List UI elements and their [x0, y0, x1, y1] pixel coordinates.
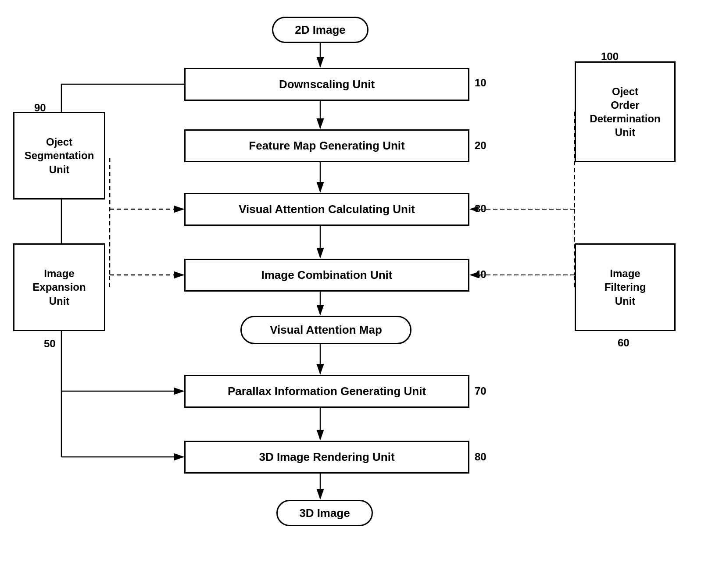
- node-image-combination: Image Combination Unit: [184, 259, 469, 292]
- ref-10: 10: [475, 77, 486, 89]
- node-2d-image: 2D Image: [272, 17, 368, 43]
- node-parallax: Parallax Information Generating Unit: [184, 375, 469, 408]
- ref-20: 20: [475, 139, 486, 152]
- sidebox-obj-segmentation: Oject Segmentation Unit: [13, 112, 105, 200]
- ref-70: 70: [475, 385, 486, 397]
- node-visual-map: Visual Attention Map: [240, 316, 411, 344]
- node-3d-rendering: 3D Image Rendering Unit: [184, 441, 469, 474]
- node-feature-map: Feature Map Generating Unit: [184, 129, 469, 162]
- node-downscaling: Downscaling Unit: [184, 68, 469, 101]
- ref-30: 30: [475, 203, 486, 215]
- ref-40: 40: [475, 268, 486, 281]
- sidebox-img-expansion: Image Expansion Unit: [13, 243, 105, 331]
- node-3d-image: 3D Image: [276, 500, 373, 526]
- sidebox-img-filtering: Image Filtering Unit: [575, 243, 676, 331]
- ref-60: 60: [618, 337, 630, 349]
- ref-90: 90: [34, 102, 46, 114]
- ref-80: 80: [475, 451, 486, 463]
- ref-100: 100: [601, 50, 619, 63]
- sidebox-obj-order: Oject Order Determination Unit: [575, 61, 676, 162]
- node-visual-attention: Visual Attention Calculating Unit: [184, 193, 469, 226]
- ref-50: 50: [44, 338, 56, 350]
